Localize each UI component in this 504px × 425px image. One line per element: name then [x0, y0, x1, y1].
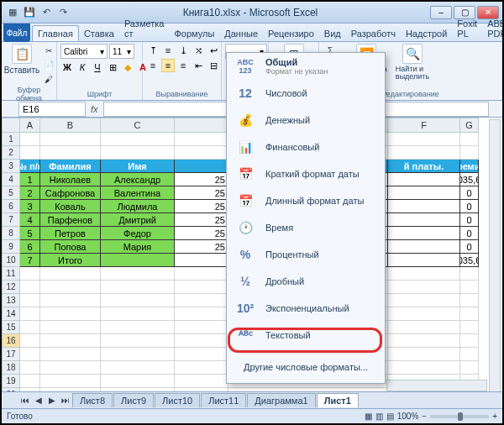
cell[interactable]: 0	[460, 227, 479, 240]
sheet-nav-prev[interactable]: ◀	[32, 394, 45, 407]
format-general[interactable]: ABC123 Общий Формат не указан	[227, 53, 385, 80]
cell[interactable]: Фамилия	[40, 160, 101, 173]
cell[interactable]: № п/п	[20, 160, 40, 173]
cell[interactable]	[175, 334, 228, 348]
cell[interactable]	[40, 321, 101, 334]
row-header[interactable]: 11	[2, 267, 20, 281]
select-all-corner[interactable]	[2, 118, 20, 133]
row-header[interactable]: 19	[2, 375, 20, 388]
cell[interactable]	[40, 375, 101, 388]
row-header[interactable]: 15	[2, 321, 20, 334]
cell[interactable]: 6	[20, 240, 40, 254]
cell[interactable]	[101, 294, 175, 307]
paste-button[interactable]: 📋 Вставить	[5, 44, 39, 75]
col-header[interactable]: F	[388, 118, 460, 133]
row-header[interactable]: 16	[2, 334, 20, 348]
format-option[interactable]: 💰Денежный	[227, 107, 385, 134]
find-select-button[interactable]: 🔍 Найти и выделить	[391, 44, 433, 81]
cell[interactable]	[101, 281, 175, 294]
cell[interactable]: 5	[20, 227, 40, 240]
cell[interactable]	[40, 133, 101, 146]
align-middle-button[interactable]: ≡	[161, 44, 175, 57]
merge-button[interactable]: ⊟	[207, 59, 220, 72]
sheet-tab[interactable]: Лист11	[201, 393, 246, 407]
format-option[interactable]: %Процентный	[227, 241, 385, 268]
format-option[interactable]: 📊Финансовый	[227, 134, 385, 160]
cell[interactable]	[40, 334, 101, 348]
cell[interactable]	[20, 361, 40, 375]
cell[interactable]: й платы.	[388, 160, 460, 173]
row-header[interactable]: 13	[2, 294, 20, 307]
cell[interactable]	[175, 146, 228, 160]
cell[interactable]	[388, 213, 460, 227]
row-header[interactable]: 9	[2, 240, 20, 254]
cell[interactable]	[101, 307, 175, 321]
cell[interactable]	[175, 294, 228, 307]
cell[interactable]	[40, 267, 101, 281]
row-header[interactable]: 1	[2, 133, 20, 146]
cell[interactable]: 25	[175, 240, 228, 254]
cell[interactable]: Федор	[101, 227, 175, 240]
cell[interactable]	[20, 267, 40, 281]
cell[interactable]	[20, 334, 40, 348]
row-header[interactable]: 8	[2, 227, 20, 240]
cell[interactable]	[388, 267, 460, 281]
tab-insert[interactable]: Ставка	[79, 26, 119, 41]
row-header[interactable]: 12	[2, 281, 20, 294]
cell[interactable]: Парфенов	[40, 213, 101, 227]
cell[interactable]	[101, 348, 175, 361]
cell[interactable]: Премия.	[460, 160, 479, 173]
redo-icon[interactable]: ↷	[55, 5, 71, 20]
zoom-in-button[interactable]: +	[492, 412, 497, 421]
cell[interactable]	[388, 173, 460, 186]
cell[interactable]: Итого	[40, 254, 101, 267]
cell[interactable]: Сафронова	[40, 186, 101, 200]
cell[interactable]	[175, 281, 228, 294]
cell[interactable]	[460, 133, 479, 146]
cell[interactable]	[40, 307, 101, 321]
indent-dec-button[interactable]: ⇤	[192, 59, 205, 72]
cell[interactable]: Дмитрий	[101, 213, 175, 227]
cell[interactable]: 25	[175, 173, 228, 186]
cell[interactable]	[460, 334, 479, 348]
format-option[interactable]: ½Дробный	[227, 268, 385, 295]
cell[interactable]: 25	[175, 227, 228, 240]
cell[interactable]: 25	[175, 213, 228, 227]
row-header[interactable]: 2	[2, 146, 20, 160]
cell[interactable]	[20, 146, 40, 160]
sheet-tab[interactable]: Лист8	[72, 393, 113, 407]
cell[interactable]	[175, 375, 228, 388]
cell[interactable]	[388, 254, 460, 267]
cell[interactable]: 7	[20, 254, 40, 267]
sheet-tab[interactable]: Лист9	[113, 393, 154, 407]
cell[interactable]	[175, 348, 228, 361]
cell[interactable]	[388, 294, 460, 307]
cell[interactable]	[40, 294, 101, 307]
cell[interactable]	[101, 254, 175, 267]
cell[interactable]	[388, 227, 460, 240]
cell[interactable]	[40, 281, 101, 294]
file-tab[interactable]: Файл	[3, 24, 30, 42]
tab-layout[interactable]: Разметка ст	[119, 16, 170, 41]
cell[interactable]: 25	[175, 200, 228, 213]
cell[interactable]	[460, 281, 479, 294]
cell[interactable]	[388, 348, 460, 361]
row-header[interactable]: 4	[2, 173, 20, 186]
tab-review[interactable]: Рецензиро	[263, 26, 319, 41]
save-icon[interactable]: 💾	[22, 5, 37, 20]
cut-icon[interactable]: ✂	[41, 44, 56, 57]
zoom-out-button[interactable]: −	[422, 412, 427, 421]
cell[interactable]	[460, 348, 479, 361]
align-top-button[interactable]: ⤒	[146, 44, 160, 57]
cell[interactable]	[175, 307, 228, 321]
cell[interactable]	[460, 146, 479, 160]
format-option[interactable]: ᴬᴮᶜТекстовый	[227, 322, 385, 349]
align-right-button[interactable]: ≡	[176, 59, 190, 72]
row-header[interactable]: 5	[2, 186, 20, 200]
format-option[interactable]: 🕐Время	[227, 214, 385, 241]
cell[interactable]	[460, 361, 479, 375]
sheet-nav-last[interactable]: ⏭	[59, 394, 72, 407]
col-header[interactable]: B	[40, 118, 101, 133]
cell[interactable]	[175, 133, 228, 146]
fx-icon[interactable]: fx	[91, 104, 98, 114]
